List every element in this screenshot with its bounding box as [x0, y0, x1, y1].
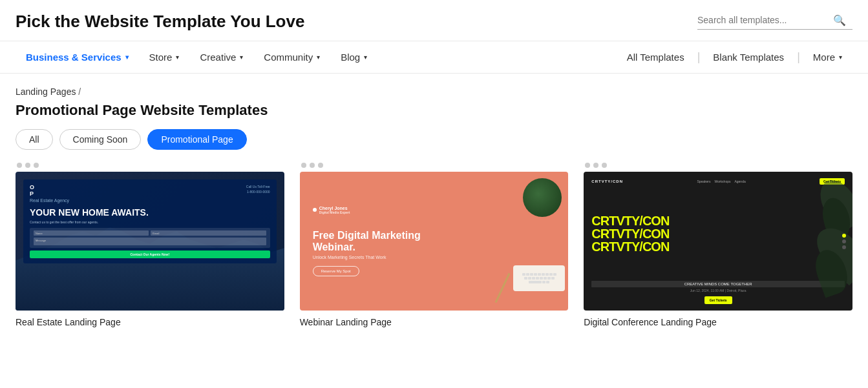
template-thumb-webinar: Cheryl Jones Digital Media Expert Free D… [300, 172, 569, 311]
filter-promotional[interactable]: Promotional Page [147, 129, 246, 150]
template-thumb-realestate: OP Real Estate Agency Call Us Toll-Free … [16, 172, 284, 311]
dot-2 [310, 163, 315, 168]
nav-more[interactable]: More ▾ [803, 41, 852, 73]
re-email-field: Email [151, 230, 266, 236]
chevron-down-icon: ▾ [240, 54, 243, 61]
dot-1 [301, 163, 306, 168]
nav-divider: | [695, 50, 703, 64]
slider-dot-active [842, 234, 846, 238]
re-logo: OP [30, 185, 69, 198]
template-grid: OP Real Estate Agency Call Us Toll-Free … [0, 163, 868, 343]
conf-nav-links: Speakers Workshops Agenda [697, 179, 745, 183]
dot-3 [34, 163, 39, 168]
dot-3 [318, 163, 323, 168]
template-label-realestate: Real Estate Landing Page [16, 317, 284, 327]
search-bar[interactable]: 🔍 [697, 14, 852, 30]
page-main-title: Pick the Website Template You Love [16, 12, 304, 32]
dot-3 [602, 163, 607, 168]
slider-dot [842, 240, 846, 243]
nav-divider-2: | [794, 50, 803, 64]
nav-item-store[interactable]: Store ▾ [139, 41, 190, 73]
filter-all[interactable]: All [16, 129, 53, 150]
card-dots [300, 163, 569, 168]
breadcrumb: Landing Pages / [0, 74, 868, 99]
webinar-plant-decoration [523, 178, 562, 217]
dot-1 [585, 163, 590, 168]
dot-2 [25, 163, 30, 168]
nav-blank-templates[interactable]: Blank Templates [703, 41, 794, 73]
template-card-webinar[interactable]: Cheryl Jones Digital Media Expert Free D… [300, 163, 569, 327]
nav-item-creative[interactable]: Creative ▾ [189, 41, 253, 73]
search-icon[interactable]: 🔍 [833, 14, 846, 26]
page-title: Promotional Page Website Templates [0, 99, 868, 129]
slider-dot [842, 245, 846, 249]
re-message-field: Message [34, 238, 266, 245]
chevron-down-icon: ▾ [176, 54, 179, 61]
conference-slider [842, 234, 846, 249]
template-card-realestate[interactable]: OP Real Estate Agency Call Us Toll-Free … [16, 163, 284, 327]
card-dots [16, 163, 284, 168]
nav-all-templates[interactable]: All Templates [617, 41, 695, 73]
chevron-down-icon: ▾ [839, 54, 842, 61]
nav-right: All Templates | Blank Templates | More ▾ [617, 41, 852, 73]
webinar-logo: Cheryl Jones Digital Media Expert [313, 206, 350, 214]
template-label-conference: Digital Conference Landing Page [584, 317, 852, 327]
nav-item-community[interactable]: Community ▾ [253, 41, 330, 73]
webinar-cta: Reserve My Spot [313, 266, 359, 276]
search-input[interactable] [697, 15, 833, 25]
template-card-conference[interactable]: CRTVTY/CDN Speakers Workshops Agenda Get… [584, 163, 852, 327]
chevron-down-icon: ▾ [125, 54, 129, 61]
nav-item-business[interactable]: Business & Services ▾ [16, 41, 139, 73]
main-nav: Business & Services ▾ Store ▾ Creative ▾… [0, 41, 868, 74]
dot-2 [593, 163, 598, 168]
breadcrumb-separator: / [78, 87, 81, 97]
dot-1 [17, 163, 22, 168]
breadcrumb-parent[interactable]: Landing Pages [16, 87, 76, 97]
template-thumb-conference: CRTVTY/CDN Speakers Workshops Agenda Get… [584, 172, 852, 311]
template-label-webinar: Webinar Landing Page [300, 317, 569, 327]
filter-coming-soon[interactable]: Coming Soon [59, 129, 142, 150]
filter-row: All Coming Soon Promotional Page [0, 129, 868, 163]
header: Pick the Website Template You Love 🔍 [0, 0, 868, 41]
webinar-pencil-decoration [495, 273, 511, 303]
re-name-field: Name [34, 230, 149, 236]
card-dots [584, 163, 852, 168]
nav-left: Business & Services ▾ Store ▾ Creative ▾… [16, 41, 617, 73]
nav-item-blog[interactable]: Blog ▾ [330, 41, 377, 73]
webinar-keyboard-decoration [513, 265, 565, 291]
chevron-down-icon: ▾ [364, 54, 367, 61]
chevron-down-icon: ▾ [317, 54, 320, 61]
